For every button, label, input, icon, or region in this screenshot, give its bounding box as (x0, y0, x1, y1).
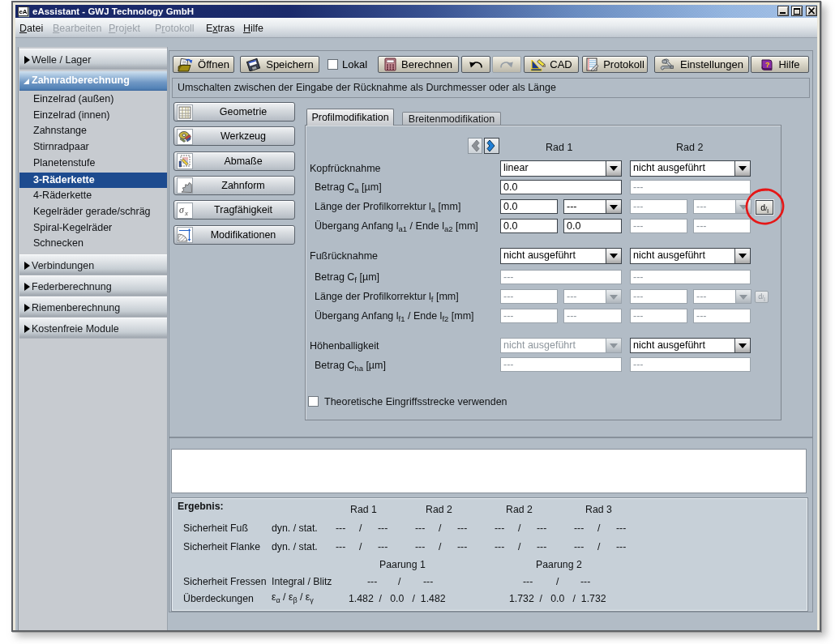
svg-text:?: ? (765, 60, 770, 68)
svg-text:σ: σ (179, 204, 185, 215)
svg-text:x: x (184, 209, 188, 217)
